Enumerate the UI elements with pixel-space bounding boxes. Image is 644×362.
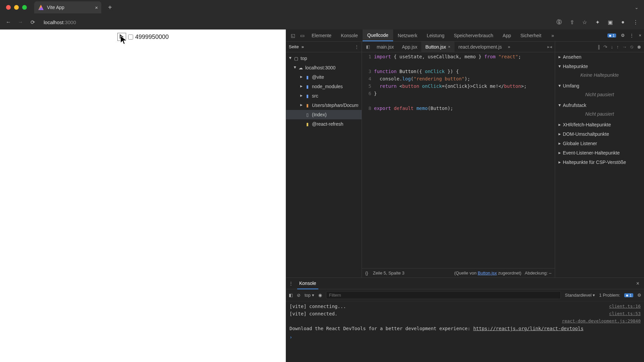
console-filter-input[interactable] <box>326 291 561 299</box>
step-icon[interactable]: → <box>622 44 627 50</box>
close-window-icon[interactable] <box>6 5 11 10</box>
new-tab-button[interactable]: + <box>105 4 115 11</box>
console-settings-icon[interactable]: ⚙ <box>637 293 641 298</box>
console-prompt-icon[interactable]: › <box>289 335 292 340</box>
inspect-element-icon[interactable]: ◱ <box>288 33 298 38</box>
toggle-checkbox[interactable] <box>128 35 133 40</box>
extensions-icon[interactable]: ✦ <box>594 19 600 25</box>
tree-row-top[interactable]: ▶ ▢ top <box>286 54 362 63</box>
section-xhr[interactable]: ▶XHR/fetch-Haltepunkte <box>555 120 644 129</box>
disclosure-icon[interactable]: ▶ <box>289 57 292 60</box>
disclosure-icon[interactable]: ▶ <box>300 103 303 107</box>
pause-exceptions-icon[interactable]: ⏺ <box>637 44 641 50</box>
editor-tab-main[interactable]: main.jsx <box>373 42 398 52</box>
tab-konsole[interactable]: Konsole <box>336 29 363 41</box>
tree-row-index[interactable]: ▯ (Index) <box>286 110 362 119</box>
close-devtools-icon[interactable]: × <box>639 33 641 38</box>
sidebar-kebab-icon[interactable]: ⋮ <box>355 44 359 49</box>
tree-row-vite[interactable]: ▶ ▮ @vite <box>286 72 362 82</box>
devtools-panel: ◱ ▭ Elemente Konsole Quellcode Netzwerk … <box>286 29 644 362</box>
step-out-icon[interactable]: ↑ <box>616 44 619 50</box>
disclosure-icon[interactable]: ▶ <box>300 75 303 78</box>
log-location-link[interactable]: client.ts:53 <box>609 310 641 317</box>
section-dom[interactable]: ▶DOM-Umschaltpunkte <box>555 129 644 139</box>
tab-leistung[interactable]: Leistung <box>422 29 449 41</box>
deactivate-breakpoints-icon[interactable]: ⦸ <box>630 44 633 50</box>
tab-quellcode[interactable]: Quellcode <box>363 29 393 41</box>
tab-title: Vite App <box>47 5 64 10</box>
console-sidebar-icon[interactable]: ◧ <box>289 293 293 298</box>
tab-app[interactable]: App <box>498 29 516 41</box>
minimize-window-icon[interactable] <box>14 5 19 10</box>
log-location-link[interactable]: client.ts:16 <box>609 303 641 310</box>
sidebar-more-icon[interactable]: » <box>302 44 304 49</box>
log-level-select[interactable]: Standardlevel ▾ <box>565 293 595 298</box>
tree-row-node-modules[interactable]: ▶ ▮ node_modules <box>286 82 362 91</box>
live-expression-icon[interactable]: ◉ <box>318 293 322 298</box>
section-event-listener[interactable]: ▶Event-Listener-Haltepunkte <box>555 148 644 158</box>
kebab-menu-icon[interactable]: ⋮ <box>630 33 634 38</box>
console-context[interactable]: top ▾ <box>305 293 314 298</box>
editor-more-tabs-icon[interactable]: » <box>508 44 510 49</box>
editor-tab-app[interactable]: App.jsx <box>398 42 421 52</box>
tree-row-react-refresh[interactable]: ▮ @react-refresh <box>286 119 362 129</box>
menu-icon[interactable]: ⋮ <box>633 19 639 25</box>
section-global[interactable]: ▶Globale Listener <box>555 139 644 148</box>
device-toolbar-icon[interactable]: ▭ <box>298 33 307 38</box>
tab-overflow-icon[interactable]: ⌄ <box>635 5 644 10</box>
close-tab-icon[interactable]: × <box>448 45 450 49</box>
settings-icon[interactable]: ⚙ <box>621 33 625 38</box>
tab-elemente[interactable]: Elemente <box>307 29 336 41</box>
section-scope[interactable]: ▶Umfang <box>555 81 644 90</box>
problem-count[interactable]: ■ 1 <box>624 293 633 297</box>
maximize-window-icon[interactable] <box>22 5 27 10</box>
tree-row-src[interactable]: ▶ ▮ src <box>286 91 362 101</box>
more-tabs-icon[interactable]: » <box>548 33 557 38</box>
breakpoints-empty: Keine Haltepunkte <box>555 71 644 81</box>
disclosure-icon[interactable]: ▶ <box>293 66 297 69</box>
coverage-label: Abdeckung: – <box>525 270 551 276</box>
step-over-icon[interactable]: ↷ <box>603 44 607 50</box>
section-csp[interactable]: ▶Haltepunkte für CSP-Verstöße <box>555 158 644 167</box>
tree-row-users[interactable]: ▶ ▮ Users/stephan/Docum <box>286 101 362 110</box>
clear-console-icon[interactable]: ⊘ <box>297 293 301 298</box>
browser-tab[interactable]: Vite App × <box>34 1 101 13</box>
share-icon[interactable]: ⇧ <box>569 19 575 25</box>
back-icon[interactable]: ← <box>5 19 11 25</box>
close-drawer-icon[interactable]: × <box>636 281 641 287</box>
step-into-icon[interactable]: ↓ <box>611 44 613 50</box>
editor-tab-button[interactable]: Button.jsx× <box>421 42 454 52</box>
profile-icon[interactable]: ● <box>620 19 626 25</box>
editor-tab-react-dev[interactable]: react.development.js <box>454 42 506 52</box>
console-menu-icon[interactable]: ⋮ <box>289 281 293 286</box>
cursor-position: Zeile 5, Spalte 3 <box>373 270 405 276</box>
code-editor[interactable]: 1 3 4 5 6 8 import { useState, useCallba… <box>362 52 555 268</box>
tab-netzwerk[interactable]: Netzwerk <box>393 29 422 41</box>
close-tab-icon[interactable]: × <box>95 5 98 10</box>
react-devtools-link[interactable]: https://reactjs.org/link/react-devtools <box>473 326 584 331</box>
log-location-link[interactable]: react-dom.development.js:29840 <box>562 317 641 325</box>
tree-row-origin[interactable]: ▶ ☁ localhost:3000 <box>286 63 362 72</box>
disclosure-icon[interactable]: ▶ <box>300 94 303 97</box>
reload-icon[interactable]: ⟳ <box>30 19 36 25</box>
issue-badge[interactable]: ■ 1 <box>607 34 616 38</box>
tab-sicherheit[interactable]: Sicherheit <box>516 29 546 41</box>
translate-icon[interactable]: ⓖ <box>556 19 562 25</box>
pause-icon[interactable]: ‖ <box>598 44 600 50</box>
disclosure-icon[interactable]: ▶ <box>300 84 303 88</box>
sourcemap-link[interactable]: Button.jsx <box>478 270 497 276</box>
tab-speicherverbrauch[interactable]: Speicherverbrauch <box>449 29 498 41</box>
console-tab[interactable]: Konsole <box>297 278 318 289</box>
address-bar[interactable]: localhost:3000 <box>44 19 76 25</box>
console-drawer: ⋮ Konsole × ◧ ⊘ top ▾ ◉ Standardlevel ▾ … <box>286 278 644 362</box>
toggle-debugger-icon[interactable]: ▸◂ <box>547 44 552 49</box>
toggle-navigator-icon[interactable]: ◧ <box>363 44 373 49</box>
sidepanel-icon[interactable]: ▣ <box>607 19 613 25</box>
forward-icon[interactable]: → <box>17 19 23 25</box>
section-watch[interactable]: ▶Ansehen <box>555 52 644 62</box>
section-callstack[interactable]: ▶Aufrufstack <box>555 101 644 110</box>
pretty-print-icon[interactable]: {} <box>365 270 368 276</box>
increment-button[interactable] <box>117 33 126 41</box>
bookmark-icon[interactable]: ☆ <box>582 19 588 25</box>
section-breakpoints[interactable]: ▶Haltepunkte <box>555 62 644 71</box>
